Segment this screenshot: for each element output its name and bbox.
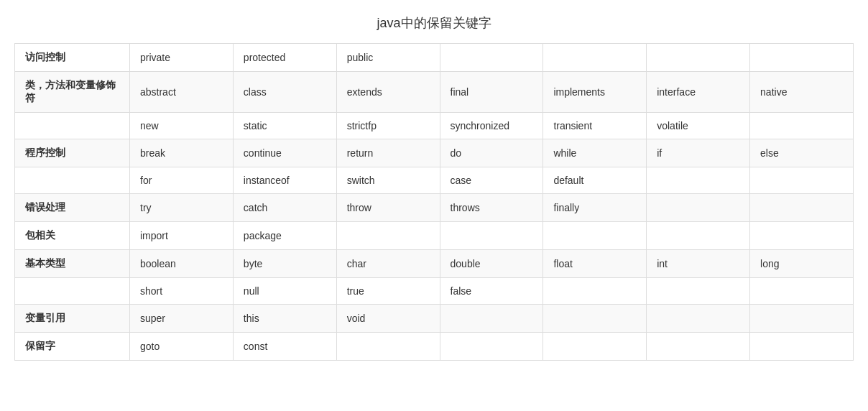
keyword-cell: const — [233, 333, 336, 361]
table-row: forinstanceofswitchcasedefault — [15, 167, 854, 194]
keyword-cell — [647, 305, 750, 333]
table-row: 包相关importpackage — [15, 222, 854, 250]
keyword-cell: extends — [336, 72, 440, 113]
keyword-cell: transient — [543, 113, 647, 139]
category-cell — [15, 278, 130, 305]
keyword-cell: new — [130, 113, 234, 139]
keyword-cell: this — [233, 305, 336, 333]
keyword-cell — [750, 305, 854, 333]
keyword-cell: null — [233, 278, 336, 305]
keyword-cell: package — [233, 222, 336, 250]
keyword-cell: goto — [130, 333, 234, 361]
table-row: 类，方法和变量修饰符abstractclassextendsfinalimple… — [15, 72, 854, 113]
category-cell: 变量引用 — [15, 305, 130, 333]
keyword-cell: instanceof — [233, 167, 336, 194]
keyword-cell: final — [440, 72, 543, 113]
keyword-cell: for — [130, 167, 234, 194]
page-title: java中的保留关键字 — [14, 14, 854, 32]
keyword-cell: volatile — [647, 113, 750, 139]
keyword-cell — [647, 167, 750, 194]
keyword-cell: long — [750, 250, 854, 278]
keyword-cell: super — [130, 305, 234, 333]
keyword-cell — [750, 333, 854, 361]
keyword-cell — [750, 222, 854, 250]
keyword-cell: abstract — [130, 72, 234, 113]
keyword-cell: strictfp — [336, 113, 440, 139]
keyword-cell — [336, 222, 440, 250]
table-row: 程序控制breakcontinuereturndowhileifelse — [15, 139, 854, 167]
keyword-cell: try — [130, 194, 234, 222]
table-row: 保留字gotoconst — [15, 333, 854, 361]
keyword-cell: protected — [233, 44, 336, 72]
category-cell: 错误处理 — [15, 194, 130, 222]
keyword-cell — [543, 278, 647, 305]
keyword-cell: private — [130, 44, 234, 72]
keyword-cell: native — [750, 72, 854, 113]
keyword-cell: return — [336, 139, 440, 167]
keywords-table: 访问控制privateprotectedpublic类，方法和变量修饰符abst… — [14, 43, 854, 361]
category-cell — [15, 113, 130, 139]
keyword-cell: short — [130, 278, 234, 305]
keyword-cell: finally — [543, 194, 647, 222]
category-cell: 基本类型 — [15, 250, 130, 278]
keyword-cell: break — [130, 139, 234, 167]
table-row: 变量引用superthisvoid — [15, 305, 854, 333]
keyword-cell: true — [336, 278, 440, 305]
keyword-cell — [336, 333, 440, 361]
category-cell: 保留字 — [15, 333, 130, 361]
keyword-cell: public — [336, 44, 440, 72]
table-row: newstaticstrictfpsynchronizedtransientvo… — [15, 113, 854, 139]
keyword-cell — [750, 194, 854, 222]
keyword-cell: void — [336, 305, 440, 333]
category-cell: 程序控制 — [15, 139, 130, 167]
keyword-cell: import — [130, 222, 234, 250]
table-row: 错误处理trycatchthrowthrowsfinally — [15, 194, 854, 222]
keyword-cell — [440, 222, 543, 250]
category-cell — [15, 167, 130, 194]
keyword-cell — [647, 278, 750, 305]
keyword-cell: false — [440, 278, 543, 305]
category-cell: 包相关 — [15, 222, 130, 250]
table-row: shortnulltruefalse — [15, 278, 854, 305]
keyword-cell: catch — [233, 194, 336, 222]
keyword-cell — [647, 194, 750, 222]
category-cell: 访问控制 — [15, 44, 130, 72]
keyword-cell: if — [647, 139, 750, 167]
keyword-cell: interface — [647, 72, 750, 113]
keyword-cell: float — [543, 250, 647, 278]
table-row: 访问控制privateprotectedpublic — [15, 44, 854, 72]
keyword-cell: synchronized — [440, 113, 543, 139]
keyword-cell: double — [440, 250, 543, 278]
keyword-cell — [440, 305, 543, 333]
keyword-cell: switch — [336, 167, 440, 194]
keyword-cell: char — [336, 250, 440, 278]
keyword-cell: static — [233, 113, 336, 139]
keyword-cell: case — [440, 167, 543, 194]
keyword-cell: throws — [440, 194, 543, 222]
keyword-cell: else — [750, 139, 854, 167]
keyword-cell: continue — [233, 139, 336, 167]
keyword-cell — [750, 167, 854, 194]
keyword-cell — [647, 333, 750, 361]
keyword-cell: throw — [336, 194, 440, 222]
category-cell: 类，方法和变量修饰符 — [15, 72, 130, 113]
keyword-cell — [440, 44, 543, 72]
keyword-cell: do — [440, 139, 543, 167]
keyword-cell: boolean — [130, 250, 234, 278]
keyword-cell: default — [543, 167, 647, 194]
keyword-cell — [440, 333, 543, 361]
keyword-cell — [543, 305, 647, 333]
keyword-cell — [543, 333, 647, 361]
keyword-cell: byte — [233, 250, 336, 278]
keyword-cell — [543, 44, 647, 72]
keyword-cell: int — [647, 250, 750, 278]
table-row: 基本类型booleanbytechardoublefloatintlong — [15, 250, 854, 278]
keyword-cell: while — [543, 139, 647, 167]
keyword-cell — [543, 222, 647, 250]
keyword-cell — [647, 222, 750, 250]
keyword-cell — [750, 278, 854, 305]
keyword-cell — [750, 113, 854, 139]
keyword-cell: implements — [543, 72, 647, 113]
keyword-cell: class — [233, 72, 336, 113]
keyword-cell — [750, 44, 854, 72]
